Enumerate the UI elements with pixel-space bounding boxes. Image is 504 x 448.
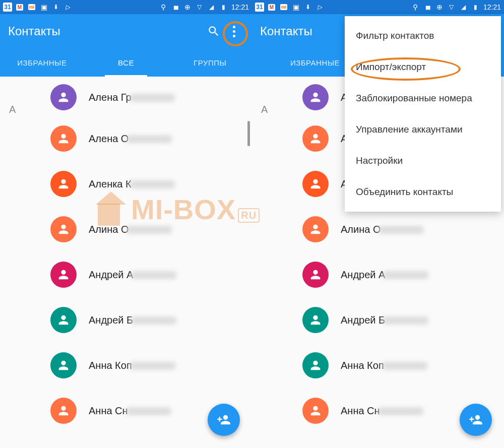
avatar [302, 262, 329, 288]
person-icon [56, 132, 71, 146]
contact-row[interactable]: Андрей Б [0, 297, 252, 343]
vibrate-icon [171, 3, 180, 12]
contact-row[interactable]: Аленка К [0, 161, 252, 207]
person-icon [56, 90, 71, 104]
redacted-text [130, 180, 175, 188]
contact-row[interactable]: Андрей А [252, 252, 504, 297]
contact-name: Алина О [89, 224, 172, 235]
contact-row[interactable]: Алена Гр [0, 77, 252, 116]
contact-name: Аленка К [89, 178, 175, 190]
contact-row[interactable]: Алина О [0, 207, 252, 252]
person-icon [308, 358, 323, 372]
bluetooth-icon [159, 3, 168, 12]
tab-all[interactable]: ВСЕ [84, 48, 168, 77]
avatar [302, 125, 329, 152]
menu-filter-contacts[interactable]: Фильтр контактов [345, 20, 501, 51]
page-title: Контакты [8, 24, 204, 38]
contact-row[interactable]: Алина О [252, 207, 504, 252]
statusbar: 31 12:21 [252, 0, 504, 14]
person-icon [56, 404, 71, 418]
person-icon [56, 222, 71, 236]
signal-icon [207, 3, 216, 12]
scrollbar-thumb[interactable] [247, 121, 250, 146]
search-icon [207, 25, 220, 38]
tab-bar: ИЗБРАННЫЕ ВСЕ ГРУППЫ [0, 48, 252, 77]
redacted-text [126, 407, 171, 415]
calendar-icon: 31 [255, 3, 264, 12]
menu-merge-contacts[interactable]: Объединить контакты [345, 176, 501, 208]
contact-name: Алена Гр [89, 92, 175, 103]
more-vert-icon [233, 26, 235, 37]
gmail-icon [267, 3, 276, 12]
avatar [302, 352, 329, 378]
contact-name: Андрей А [89, 269, 176, 281]
avatar [50, 307, 77, 333]
signal-icon [459, 3, 468, 12]
person-icon [56, 268, 71, 282]
menu-settings[interactable]: Настройки [345, 145, 501, 176]
avatar [302, 171, 329, 197]
person-icon [308, 222, 323, 236]
redacted-text [131, 271, 176, 279]
overflow-menu-button[interactable] [224, 21, 244, 41]
contact-row[interactable]: Андрей Б [252, 297, 504, 343]
menu-manage-accounts[interactable]: Управление аккаунтами [345, 114, 501, 145]
person-icon [308, 90, 323, 104]
redacted-text [378, 407, 423, 415]
tab-favorites[interactable]: ИЗБРАННЫЕ [0, 48, 84, 77]
add-contact-fab[interactable] [208, 404, 240, 436]
clock: 12:21 [483, 3, 501, 11]
appbar: Контакты [0, 14, 252, 48]
contact-name: Анна Коп [89, 360, 175, 371]
mi-icon [279, 3, 288, 12]
avatar [50, 125, 77, 152]
person-icon [56, 177, 71, 191]
contact-row[interactable]: Анна Коп [252, 343, 504, 388]
contact-name: Андрей А [341, 269, 428, 281]
play-icon [316, 3, 325, 12]
person-icon [308, 404, 323, 418]
gmail-icon [15, 3, 24, 12]
overflow-menu: Фильтр контактов Импорт/экспорт Заблокир… [345, 16, 501, 212]
vibrate-icon [423, 3, 432, 12]
location-icon [195, 3, 204, 12]
battery-icon [471, 3, 480, 12]
tab-groups[interactable]: ГРУППЫ [168, 48, 252, 77]
screen-left: 31 12:21 Контакты ИЗБРАННЫЕ ВСЕ ГРУППЫ [0, 0, 252, 448]
contact-name: Алина О [341, 224, 424, 235]
gallery-icon [39, 3, 48, 12]
menu-import-export[interactable]: Импорт/экспорт [345, 51, 501, 83]
redacted-text [382, 362, 427, 370]
redacted-text [130, 362, 175, 370]
section-header: А [9, 104, 16, 115]
search-button[interactable] [204, 21, 224, 41]
contact-row[interactable]: Алена О [0, 116, 252, 161]
avatar [50, 398, 77, 424]
gallery-icon [291, 3, 300, 12]
person-icon [56, 358, 71, 372]
download-icon [51, 3, 60, 12]
person-add-icon [469, 413, 483, 427]
contact-row[interactable]: Андрей А [0, 252, 252, 297]
data-saver-icon [435, 3, 444, 12]
contact-list[interactable]: А Алена ГрАлена ОАленка КАлина ОАндрей А… [0, 77, 252, 448]
person-add-icon [217, 413, 231, 427]
contact-row[interactable]: Анна Коп [0, 343, 252, 388]
add-contact-fab[interactable] [460, 404, 492, 436]
location-icon [447, 3, 456, 12]
contact-name: Алена О [89, 133, 172, 145]
redacted-text [379, 226, 424, 234]
person-icon [308, 268, 323, 282]
play-icon [64, 3, 73, 12]
person-icon [308, 177, 323, 191]
avatar [302, 398, 329, 424]
avatar [50, 216, 77, 242]
contact-name: Андрей Б [89, 314, 176, 326]
statusbar: 31 12:21 [0, 0, 252, 14]
download-icon [303, 3, 312, 12]
menu-blocked-numbers[interactable]: Заблокированные номера [345, 83, 501, 114]
data-saver-icon [183, 3, 192, 12]
redacted-text [127, 226, 172, 234]
contact-name: Анна Коп [341, 360, 427, 371]
redacted-text [127, 135, 172, 143]
